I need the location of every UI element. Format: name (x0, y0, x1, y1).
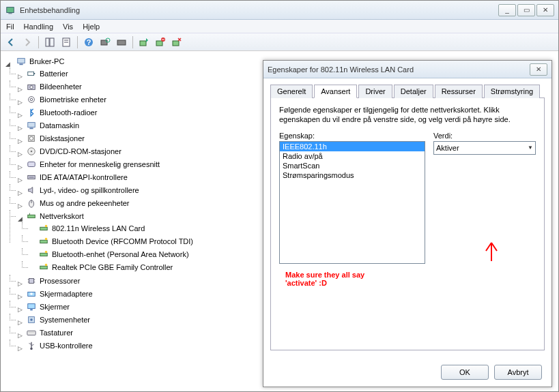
tree-item[interactable]: Prosessorer (25, 275, 81, 286)
titlebar[interactable]: Enhetsbehandling _ ▭ ✕ (1, 1, 558, 20)
menubar: Fil Handling Vis Hjelp (1, 20, 558, 33)
uninstall-button[interactable] (153, 35, 168, 50)
usb-icon (26, 340, 37, 351)
tree-item[interactable]: Nettverkskort (25, 211, 85, 222)
tab-ressurser[interactable]: Ressurser (435, 85, 483, 98)
expand-icon[interactable]: ▷ (17, 190, 23, 196)
tree-item[interactable]: Lyd-, video- og spillkontrollere (25, 185, 141, 196)
forward-button[interactable] (20, 35, 35, 50)
expand-icon[interactable]: ▷ (17, 281, 23, 287)
tree-item[interactable]: Skjermer (25, 301, 71, 312)
tree-item[interactable]: Datamaskin (25, 120, 81, 131)
tree-item[interactable]: Bluetooth-enhet (Personal Area Network) (37, 249, 190, 260)
properties-button[interactable] (59, 35, 74, 50)
tree-item[interactable]: Bluetooth-radioer (25, 107, 98, 118)
expand-icon[interactable]: ▷ (17, 74, 23, 80)
tree-item[interactable]: Biometriske enheter (25, 94, 108, 105)
dialog-titlebar[interactable]: Egenskaper for 802.11n Wireless LAN Card… (263, 61, 551, 78)
tab-driver[interactable]: Driver (358, 85, 392, 98)
cancel-button[interactable]: Avbryt (494, 365, 542, 380)
property-item[interactable]: IEEE802.11h (280, 142, 425, 151)
computer-icon (26, 120, 37, 131)
expand-icon[interactable]: ▷ (17, 294, 23, 300)
camera-icon (26, 81, 37, 92)
tab-avansert[interactable]: Avansert (314, 85, 357, 98)
tree-item[interactable]: Batterier (25, 68, 70, 79)
expand-icon[interactable]: ▷ (17, 100, 23, 106)
update-driver-button[interactable] (137, 35, 152, 50)
svg-rect-19 (28, 72, 34, 75)
tree-item[interactable]: USB-kontrollere (25, 340, 94, 351)
toolbar: ? (1, 33, 558, 51)
svg-rect-0 (7, 7, 14, 12)
menu-fil[interactable]: Fil (6, 22, 14, 31)
svg-rect-3 (50, 38, 54, 46)
svg-point-52 (30, 292, 33, 295)
tree-item[interactable]: Diskstasjoner (25, 133, 86, 144)
tab-strømstyring[interactable]: Strømstyring (484, 85, 540, 98)
expand-icon[interactable]: ▷ (17, 151, 23, 157)
sound-icon (26, 185, 37, 196)
expand-icon[interactable]: ▷ (17, 307, 23, 313)
toolbar-button[interactable] (114, 35, 129, 50)
tree-root[interactable]: Bruker-PC (14, 56, 66, 67)
disable-button[interactable] (169, 35, 184, 50)
expand-icon[interactable]: ▷ (17, 177, 23, 183)
expand-icon[interactable]: ▷ (17, 164, 23, 170)
tree-item[interactable]: Bluetooth Device (RFCOMM Protocol TDI) (37, 236, 195, 247)
disk-icon (26, 133, 37, 144)
tree-item[interactable]: Tastaturer (25, 327, 74, 338)
expand-icon[interactable]: ◢ (17, 216, 23, 222)
tree-item[interactable]: Systemenheter (25, 314, 91, 325)
tab-detaljer[interactable]: Detaljer (394, 85, 433, 98)
ok-button[interactable]: OK (441, 365, 489, 380)
expand-icon[interactable]: ▷ (17, 333, 23, 339)
tree-item[interactable]: IDE ATA/ATAPI-kontrollere (25, 172, 129, 183)
tree-item[interactable]: DVD/CD-ROM-stasjoner (25, 146, 123, 157)
show-hide-tree-button[interactable] (42, 35, 57, 50)
menu-vis[interactable]: Vis (63, 22, 73, 31)
expand-icon[interactable]: ▷ (17, 87, 23, 93)
battery-icon (26, 68, 37, 79)
value-dropdown[interactable]: Aktiver ▼ (433, 141, 536, 155)
minimize-button[interactable]: _ (498, 4, 516, 16)
svg-point-22 (30, 86, 33, 89)
tree-item[interactable]: Realtek PCIe GBE Family Controller (37, 262, 174, 273)
netcard-icon (38, 236, 49, 247)
svg-rect-12 (140, 41, 146, 46)
svg-point-23 (29, 97, 35, 103)
expand-icon[interactable]: ▷ (17, 138, 23, 145)
value-current: Aktiver (436, 144, 459, 152)
expand-icon[interactable]: ▷ (17, 112, 23, 119)
scan-button[interactable] (98, 35, 113, 50)
svg-rect-31 (28, 162, 35, 167)
svg-point-45 (45, 264, 48, 267)
tab-generelt[interactable]: Generelt (270, 85, 313, 98)
maximize-button[interactable]: ▭ (517, 4, 535, 16)
tree-item[interactable]: Enheter for menneskelig grensesnitt (25, 159, 161, 170)
back-button[interactable] (3, 35, 18, 50)
tree-item[interactable]: Mus og andre pekeenheter (25, 198, 130, 209)
hid-icon (26, 159, 37, 170)
menu-handling[interactable]: Handling (24, 22, 53, 31)
property-listbox[interactable]: IEEE802.11hRadio av/påSmartScanStrømspar… (279, 141, 425, 264)
expand-icon[interactable]: ▷ (17, 203, 23, 209)
cd-icon (26, 146, 37, 157)
expand-icon[interactable]: ▷ (17, 346, 23, 352)
menu-hjelp[interactable]: Hjelp (83, 22, 100, 31)
tree-item[interactable]: Bildeenheter (25, 81, 83, 92)
property-item[interactable]: Strømsparingsmodus (280, 170, 425, 180)
collapse-icon[interactable]: ◢ (5, 61, 11, 67)
dialog-close-button[interactable]: ✕ (530, 63, 547, 76)
expand-icon[interactable]: ▷ (17, 320, 23, 326)
property-item[interactable]: SmartScan (280, 161, 425, 170)
expand-icon[interactable]: ▷ (17, 125, 23, 132)
tree-item[interactable]: Skjermadaptere (25, 288, 94, 299)
properties-dialog: Egenskaper for 802.11n Wireless LAN Card… (263, 60, 552, 387)
close-button[interactable]: ✕ (536, 4, 554, 16)
property-item[interactable]: Radio av/på (280, 151, 425, 161)
fingerprint-icon (26, 94, 37, 105)
help-button[interactable]: ? (81, 35, 96, 50)
tree-item[interactable]: 802.11n Wireless LAN Card (37, 223, 146, 234)
svg-rect-26 (29, 128, 33, 130)
